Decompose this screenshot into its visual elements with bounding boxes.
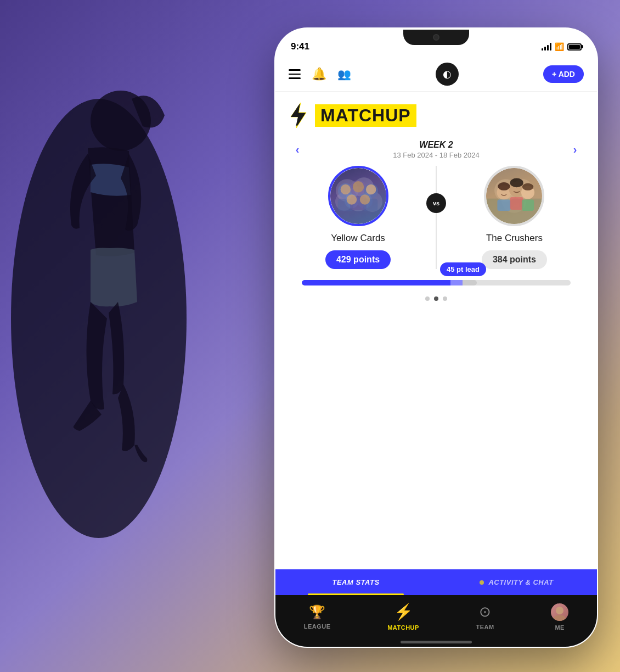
tab-activity-chat[interactable]: ACTIVITY & CHAT (436, 569, 597, 595)
battery-icon (567, 43, 582, 51)
league-icon: 🏆 (309, 604, 325, 620)
away-team-avatar (484, 166, 544, 226)
home-team-name: Yellow Cards (331, 233, 385, 244)
vs-divider (436, 166, 437, 269)
svg-point-10 (340, 184, 351, 195)
svg-point-21 (510, 178, 523, 188)
carousel-dots (289, 296, 584, 301)
app-title: MATCHUP (315, 104, 416, 127)
matchup-label: MATCHUP (387, 624, 419, 631)
week-label: WEEK 2 (393, 140, 480, 150)
phone-content: 🔔 👥 ◐ + ADD MATCHUP (275, 57, 597, 647)
home-team: Yellow Cards 429 points (294, 166, 422, 269)
app-title-area: MATCHUP (275, 92, 597, 133)
svg-point-20 (498, 182, 510, 191)
svg-point-11 (352, 181, 363, 192)
next-week-button[interactable]: › (566, 141, 584, 159)
away-team: The Crushers 384 points (450, 166, 578, 269)
svg-point-26 (556, 607, 563, 614)
bolt-icon (289, 103, 308, 128)
away-team-points: 384 points (482, 250, 547, 269)
tab-active-underline (308, 593, 404, 595)
week-dates: 13 Feb 2024 - 18 Feb 2024 (393, 151, 480, 159)
runner-background (0, 0, 263, 672)
lead-badge: 45 pt lead (440, 262, 486, 276)
tab-team-stats[interactable]: TEAM STATS (275, 569, 436, 595)
activity-chat-tab-content: ACTIVITY & CHAT (480, 578, 553, 586)
team-icon: ⊙ (479, 603, 491, 620)
home-indicator (275, 636, 597, 647)
nav-item-team[interactable]: ⊙ TEAM (476, 603, 494, 630)
home-team-points: 429 points (325, 250, 391, 269)
add-button[interactable]: + ADD (543, 65, 584, 83)
svg-point-14 (359, 194, 370, 205)
nav-item-matchup[interactable]: ⚡ MATCHUP (387, 603, 419, 631)
dot-1[interactable] (425, 296, 430, 301)
me-label: ME (555, 624, 565, 631)
away-team-photo (486, 168, 542, 224)
vs-badge: vs (426, 193, 446, 213)
svg-rect-25 (522, 199, 534, 210)
nav-center-logo: ◐ (436, 63, 459, 86)
matchup-bolt-icon: ⚡ (394, 603, 413, 621)
nav-item-league[interactable]: 🏆 LEAGUE (304, 604, 331, 630)
activity-chat-label: ACTIVITY & CHAT (488, 578, 553, 586)
notification-bell-icon[interactable]: 🔔 (312, 67, 326, 81)
team-stats-label: TEAM STATS (332, 578, 379, 586)
phone-frame: 9:41 📶 (274, 27, 598, 648)
svg-point-13 (346, 194, 357, 205)
nav-left-icons: 🔔 👥 (289, 67, 351, 81)
svg-rect-24 (510, 197, 523, 210)
svg-rect-23 (498, 199, 511, 210)
matchup-area: vs (275, 166, 597, 569)
home-team-photo (330, 168, 386, 224)
status-icons: 📶 (542, 42, 582, 51)
top-navigation: 🔔 👥 ◐ + ADD (275, 57, 597, 92)
notch (392, 29, 480, 46)
bottom-section: TEAM STATS ACTIVITY & CHAT (275, 569, 597, 595)
away-team-name: The Crushers (486, 233, 543, 244)
wifi-icon: 📶 (555, 42, 564, 51)
svg-point-22 (522, 183, 533, 191)
bottom-navigation: 🏆 LEAGUE ⚡ MATCHUP ⊙ TEAM (275, 595, 597, 636)
progress-area: 45 pt lead (302, 280, 571, 285)
dot-2[interactable] (434, 296, 438, 301)
team-label: TEAM (476, 624, 494, 630)
dot-3[interactable] (443, 296, 447, 301)
activity-dot-indicator (480, 580, 484, 585)
tab-bar: TEAM STATS ACTIVITY & CHAT (275, 569, 597, 595)
svg-point-12 (365, 184, 376, 195)
home-bar (401, 641, 472, 643)
user-avatar-logo[interactable]: ◐ (436, 63, 459, 86)
week-info: WEEK 2 13 Feb 2024 - 18 Feb 2024 (393, 140, 480, 159)
svg-point-27 (554, 615, 566, 621)
camera (433, 34, 439, 41)
teams-container: vs (289, 166, 584, 269)
signal-icon (542, 43, 551, 51)
status-time: 9:41 (291, 41, 309, 52)
prev-week-button[interactable]: ‹ (289, 141, 306, 159)
hamburger-menu[interactable] (289, 69, 301, 79)
league-label: LEAGUE (304, 623, 331, 630)
week-navigation: ‹ WEEK 2 13 Feb 2024 - 18 Feb 2024 › (275, 133, 597, 166)
people-icon[interactable]: 👥 (337, 68, 351, 81)
progress-fill (302, 280, 477, 285)
nav-item-me[interactable]: ME (551, 603, 568, 631)
home-team-avatar (328, 166, 388, 226)
progress-track (302, 280, 571, 285)
